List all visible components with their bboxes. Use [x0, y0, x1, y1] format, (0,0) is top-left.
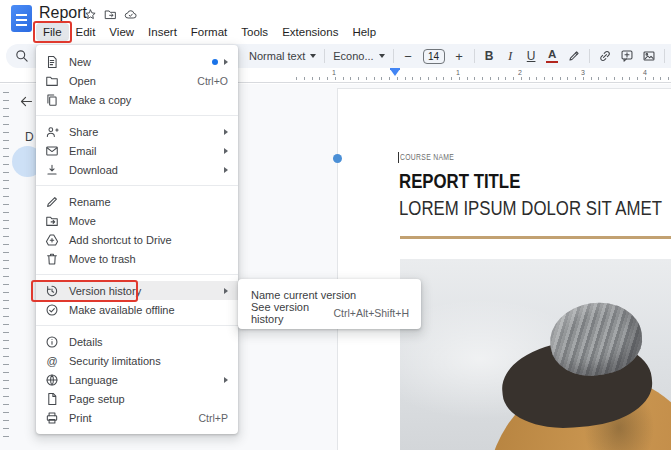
ruler-tick — [335, 77, 336, 80]
ruler-number: 1 — [456, 69, 460, 76]
menu-divider — [36, 325, 238, 326]
page-setup-icon — [45, 392, 59, 406]
ruler-tick — [389, 77, 390, 80]
menu-item-move-to-trash[interactable]: Move to trash — [36, 249, 238, 268]
divider-rule — [400, 236, 671, 239]
ruler-tick — [381, 77, 382, 80]
cloud-saved-icon[interactable] — [124, 8, 137, 21]
text-color-letter: A — [548, 48, 556, 60]
ruler-tick — [629, 77, 630, 80]
insert-link-icon[interactable] — [598, 49, 612, 63]
toolbar-divider — [664, 49, 665, 63]
submenu-arrow-icon — [224, 288, 228, 294]
ruler-tick — [567, 77, 568, 80]
font-select[interactable]: Econo... — [333, 50, 384, 62]
menubar-item-tools[interactable]: Tools — [234, 23, 275, 41]
menu-item-label: Version history — [69, 285, 141, 297]
menubar-item-file[interactable]: File — [36, 23, 69, 41]
menu-item-label: Add shortcut to Drive — [69, 234, 172, 246]
text-color-button[interactable]: A — [546, 47, 559, 65]
menu-item-make-available-offline[interactable]: Make available offline — [36, 300, 238, 319]
menu-item-rename[interactable]: Rename — [36, 192, 238, 211]
ruler-tick — [598, 77, 599, 80]
docs-logo-icon[interactable] — [11, 5, 32, 32]
ruler-tick — [474, 77, 475, 80]
menu-item-make-a-copy[interactable]: Make a copy — [36, 90, 238, 109]
menu-item-label: Details — [69, 336, 103, 348]
submenu-item-label: Name current version — [251, 289, 356, 301]
ruler-tick — [552, 77, 553, 80]
insert-image-icon[interactable] — [642, 49, 656, 63]
menu-item-label: Make available offline — [69, 304, 175, 316]
move-folder-icon[interactable] — [104, 8, 117, 21]
menubar-item-edit[interactable]: Edit — [69, 23, 103, 41]
document-page[interactable]: COURSE NAME REPORT TITLE LOREM IPSUM DOL… — [337, 88, 671, 450]
menu-item-details[interactable]: Details — [36, 332, 238, 351]
submenu-item-label: See version history — [251, 301, 333, 325]
decrease-font-size-button[interactable]: − — [402, 47, 415, 65]
submenu-item-see-version-history[interactable]: See version historyCtrl+Alt+Shift+H — [238, 304, 421, 322]
menu-item-add-shortcut-to-drive[interactable]: Add shortcut to Drive — [36, 230, 238, 249]
menu-item-language[interactable]: Language — [36, 370, 238, 389]
italic-button[interactable]: I — [504, 47, 517, 65]
ruler-number: 1 — [332, 69, 336, 76]
share-icon — [45, 125, 59, 139]
toolbar-divider — [393, 49, 394, 63]
font-size-input[interactable]: 14 — [423, 49, 445, 64]
increase-font-size-button[interactable]: + — [453, 47, 466, 65]
ruler-tick — [653, 77, 654, 80]
menubar-item-extensions[interactable]: Extensions — [275, 23, 345, 41]
ruler-tick — [459, 77, 460, 80]
ruler-tick — [304, 77, 305, 80]
font-value: Econo... — [333, 50, 373, 62]
ruler-tick — [374, 77, 375, 80]
document-title[interactable]: Report — [39, 4, 87, 22]
add-comment-icon[interactable] — [620, 49, 634, 63]
ruler-tick — [536, 77, 537, 80]
menubar-item-insert[interactable]: Insert — [141, 23, 184, 41]
ruler-tick — [467, 77, 468, 80]
course-name-text: COURSE NAME — [400, 152, 468, 162]
menu-item-label: Download — [69, 164, 118, 176]
paragraph-style-select[interactable]: Normal text — [249, 50, 316, 62]
menu-item-open[interactable]: OpenCtrl+O — [36, 71, 238, 90]
menubar-item-view[interactable]: View — [102, 23, 141, 41]
menu-item-security-limitations[interactable]: @Security limitations — [36, 351, 238, 370]
menu-item-move[interactable]: Move — [36, 211, 238, 230]
new-badge-dot — [212, 59, 218, 65]
ruler-tick — [591, 77, 592, 80]
menu-item-share[interactable]: Share — [36, 122, 238, 141]
menu-divider — [36, 185, 238, 186]
chevron-down-icon — [379, 54, 385, 58]
menu-item-download[interactable]: Download — [36, 160, 238, 179]
underline-button[interactable]: U — [525, 47, 538, 65]
menu-item-label: Move — [69, 215, 96, 227]
version-history-submenu: Name current versionSee version historyC… — [238, 279, 421, 329]
text-cursor — [398, 152, 399, 163]
indent-marker-icon[interactable] — [390, 69, 400, 76]
menu-item-email[interactable]: Email — [36, 141, 238, 160]
menu-item-version-history[interactable]: Version history — [36, 281, 238, 300]
trash-icon — [45, 252, 59, 266]
copy-icon — [45, 93, 59, 107]
star-icon[interactable] — [84, 8, 97, 21]
submenu-arrow-icon — [224, 59, 228, 65]
ruler-tick — [343, 77, 344, 80]
menu-item-page-setup[interactable]: Page setup — [36, 389, 238, 408]
menu-divider — [36, 274, 238, 275]
collapse-panel-arrow-icon[interactable] — [19, 94, 34, 109]
menu-item-label: Make a copy — [69, 94, 131, 106]
menu-item-label: New — [69, 56, 91, 68]
cover-photo[interactable] — [400, 259, 671, 450]
security-icon: @ — [45, 354, 59, 368]
menu-divider — [36, 115, 238, 116]
menu-item-print[interactable]: PrintCtrl+P — [36, 408, 238, 427]
menubar-item-help[interactable]: Help — [345, 23, 383, 41]
search-icon[interactable] — [14, 48, 29, 63]
menu-item-new[interactable]: New — [36, 52, 238, 71]
bold-button[interactable]: B — [483, 47, 496, 65]
ruler-tick — [622, 77, 623, 80]
highlighter-icon[interactable] — [567, 49, 581, 63]
menubar-item-format[interactable]: Format — [184, 23, 234, 41]
ruler-tick — [521, 77, 522, 80]
